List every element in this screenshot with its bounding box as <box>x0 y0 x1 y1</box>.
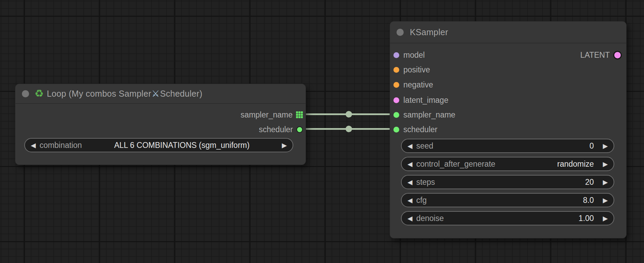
widget-value: 0 <box>590 141 603 151</box>
increment-arrow[interactable]: ▶ <box>603 179 608 185</box>
recycle-icon: ♻ <box>35 88 44 99</box>
input-slot-positive[interactable]: positive <box>393 64 430 75</box>
link-scheduler-midpoint-dot[interactable] <box>346 126 352 132</box>
control-after-generate-widget[interactable]: ◀ control_after_generate randomize ▶ <box>401 157 614 171</box>
node-graph-canvas[interactable]: ♻ Loop (My combos Sampler⚔Scheduler) sam… <box>0 0 644 263</box>
output-connector-dot[interactable] <box>296 126 303 133</box>
widget-value: randomize <box>557 160 603 169</box>
widget-value: 8.0 <box>583 196 603 205</box>
widget-label: cfg <box>416 196 427 205</box>
combo-label: combination <box>40 141 82 150</box>
decrement-arrow[interactable]: ◀ <box>407 179 413 185</box>
decrement-arrow[interactable]: ◀ <box>407 215 413 222</box>
input-label: positive <box>403 65 430 74</box>
combo-grid-connector-icon[interactable] <box>296 111 303 118</box>
widget-label: denoise <box>416 214 444 223</box>
seed-widget[interactable]: ◀ seed 0 ▶ <box>401 139 614 153</box>
cfg-widget[interactable]: ◀ cfg 8.0 ▶ <box>401 193 614 207</box>
input-connector-dot[interactable] <box>393 97 399 103</box>
input-label: sampler_name <box>403 110 455 120</box>
crossed-swords-icon: ⚔ <box>152 88 160 99</box>
output-label: LATENT <box>580 51 610 60</box>
input-connector-dot[interactable] <box>393 82 399 88</box>
decrement-arrow[interactable]: ◀ <box>407 161 413 167</box>
input-connector-dot[interactable] <box>393 127 399 133</box>
input-slot-scheduler[interactable]: scheduler <box>393 124 438 135</box>
input-slot-model[interactable]: model <box>393 50 425 60</box>
output-slot-scheduler[interactable]: scheduler <box>259 124 303 135</box>
input-connector-dot[interactable] <box>393 112 399 118</box>
output-slot-sampler-name[interactable]: sampler_name <box>241 109 303 120</box>
widget-label: control_after_generate <box>416 160 495 169</box>
steps-widget[interactable]: ◀ steps 20 ▶ <box>401 175 614 189</box>
input-label: scheduler <box>403 125 438 134</box>
denoise-widget[interactable]: ◀ denoise 1.00 ▶ <box>401 211 614 225</box>
widget-value: 20 <box>585 178 603 187</box>
widget-label: seed <box>416 141 433 151</box>
ksampler-node-header[interactable]: KSampler <box>390 22 626 43</box>
widget-label: steps <box>416 178 435 187</box>
decrement-arrow[interactable]: ◀ <box>407 143 413 149</box>
widget-value: 1.00 <box>579 214 603 223</box>
loop-node[interactable]: ♻ Loop (My combos Sampler⚔Scheduler) sam… <box>15 84 306 165</box>
combo-right-arrow[interactable]: ▶ <box>282 142 287 149</box>
loop-node-header[interactable]: ♻ Loop (My combos Sampler⚔Scheduler) <box>15 84 306 104</box>
output-slot-latent[interactable]: LATENT <box>580 50 622 60</box>
node-title: Loop (My combos Sampler⚔Scheduler) <box>47 89 202 99</box>
increment-arrow[interactable]: ▶ <box>603 143 608 149</box>
input-slot-latent-image[interactable]: latent_image <box>393 95 448 106</box>
input-label: latent_image <box>403 96 448 105</box>
increment-arrow[interactable]: ▶ <box>603 197 608 204</box>
input-slot-negative[interactable]: negative <box>393 79 433 90</box>
ksampler-node[interactable]: KSampler model positive negative latent_… <box>390 21 627 238</box>
input-slot-sampler-name[interactable]: sampler_name <box>393 109 455 120</box>
increment-arrow[interactable]: ▶ <box>603 215 608 222</box>
input-connector-dot[interactable] <box>393 67 399 73</box>
output-connector-dot[interactable] <box>613 51 622 59</box>
input-label: model <box>403 51 425 60</box>
decrement-arrow[interactable]: ◀ <box>407 197 413 204</box>
node-title: KSampler <box>410 27 448 37</box>
combination-combo-widget[interactable]: ◀ combination ALL 6 COMBINATIONS (sgm_un… <box>24 138 293 152</box>
combo-value: ALL 6 COMBINATIONS (sgm_uniform) <box>82 141 282 150</box>
increment-arrow[interactable]: ▶ <box>603 161 608 167</box>
input-label: negative <box>403 80 433 89</box>
output-label: scheduler <box>259 125 293 134</box>
link-sampler-name-midpoint-dot[interactable] <box>346 111 352 117</box>
collapse-dot[interactable] <box>397 29 404 36</box>
input-connector-dot[interactable] <box>393 52 399 58</box>
collapse-dot[interactable] <box>22 90 29 97</box>
output-label: sampler_name <box>241 110 293 120</box>
combo-left-arrow[interactable]: ◀ <box>31 142 36 149</box>
